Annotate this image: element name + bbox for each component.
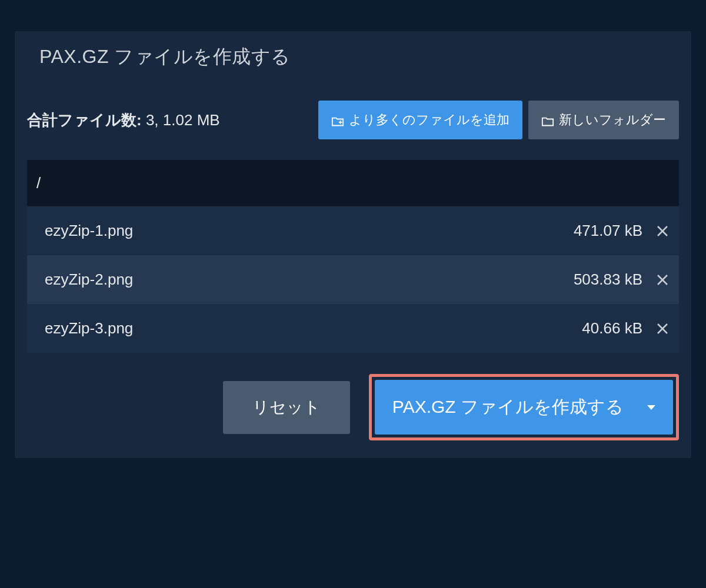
panel-title: PAX.GZ ファイルを作成する [15,31,315,83]
remove-file-icon[interactable] [655,322,670,336]
file-size: 503.83 kB [574,270,642,289]
file-size: 471.07 kB [574,222,642,240]
create-archive-button[interactable]: PAX.GZ ファイルを作成する [375,380,673,435]
new-folder-button[interactable]: 新しいフォルダー [528,101,679,139]
remove-file-icon[interactable] [655,273,670,287]
file-row: ezyZip-2.png 503.83 kB [27,255,679,304]
file-count-value: 3, 1.02 MB [146,111,220,129]
file-size: 40.66 kB [582,319,642,338]
add-more-files-button[interactable]: より多くのファイルを追加 [318,101,522,139]
folder-plus-icon [331,115,344,125]
caret-down-icon [647,405,655,410]
file-name: ezyZip-2.png [45,270,574,289]
file-list: / ezyZip-1.png 471.07 kB ezyZip-2.png 50… [27,160,679,353]
reset-button[interactable]: リセット [223,381,350,434]
file-count-summary: 合計ファイル数: 3, 1.02 MB [27,110,220,131]
create-button-highlight: PAX.GZ ファイルを作成する [369,374,679,440]
current-path: / [27,160,679,206]
panel-content: 合計ファイル数: 3, 1.02 MB より多くのファイルを追加 [15,83,691,458]
summary-row: 合計ファイル数: 3, 1.02 MB より多くのファイルを追加 [27,83,679,157]
bottom-action-buttons: リセット PAX.GZ ファイルを作成する [27,374,679,440]
file-count-label: 合計ファイル数: [27,111,142,129]
file-name: ezyZip-1.png [45,222,574,240]
top-action-buttons: より多くのファイルを追加 新しいフォルダー [318,101,679,139]
remove-file-icon[interactable] [655,224,670,238]
file-name: ezyZip-3.png [45,319,582,338]
create-archive-panel: PAX.GZ ファイルを作成する 合計ファイル数: 3, 1.02 MB より多 [15,31,691,458]
folder-icon [541,115,554,125]
create-archive-label: PAX.GZ ファイルを作成する [392,395,624,419]
file-row: ezyZip-1.png 471.07 kB [27,206,679,255]
file-row: ezyZip-3.png 40.66 kB [27,304,679,353]
new-folder-label: 新しいフォルダー [559,111,666,129]
add-more-files-label: より多くのファイルを追加 [349,111,509,129]
